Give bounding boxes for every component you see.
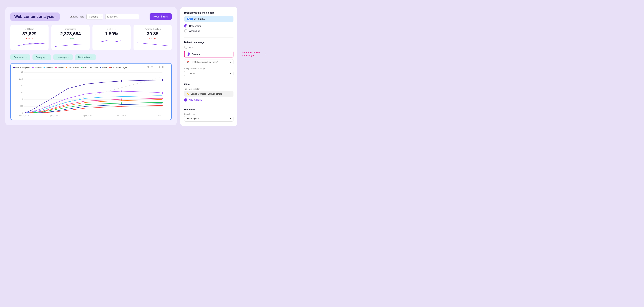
- date-range-arrow-icon: ▾: [230, 61, 231, 63]
- category-filter-button[interactable]: Category ▼: [32, 54, 51, 60]
- filter-edit-icon: ✏️: [186, 92, 189, 95]
- comparison-arrows-icon: ⇄: [186, 72, 188, 75]
- sparkline-avg-position: [137, 41, 168, 47]
- metric-title-url-clicks: Url Clicks: [14, 28, 45, 30]
- destination-filter-button[interactable]: Destination ▼: [75, 54, 96, 60]
- chart-upload-button[interactable]: ↑: [155, 65, 157, 69]
- legend-dot-solutions: [44, 67, 45, 68]
- chart-legend: Looker templates Tutorials solutions Art…: [13, 66, 169, 68]
- metric-change-avg-position: ▼ -5.6%: [137, 37, 168, 40]
- svg-point-20: [162, 98, 163, 99]
- date-range-value: Last 30 days (exclude today): [191, 61, 218, 63]
- metric-card-ctr: URL CTR 1.59%: [92, 25, 131, 50]
- descending-radio[interactable]: [184, 24, 188, 28]
- annotation: Select a custom date range ↓: [242, 51, 266, 57]
- aut-badge: AUT: [187, 18, 192, 20]
- annotation-text: Select a custom date range: [242, 51, 264, 57]
- calendar-icon: 📅: [186, 61, 189, 63]
- active-filter-tag: ✏️ Search Console - Exclude others: [184, 91, 234, 96]
- svg-text:Apr 1, 2024: Apr 1, 2024: [50, 115, 58, 116]
- svg-point-21: [121, 100, 122, 102]
- sparkline-impressions: [54, 41, 86, 47]
- auto-date-option[interactable]: Auto: [184, 46, 234, 49]
- custom-radio[interactable]: [187, 52, 190, 56]
- comparison-arrow-icon: ▾: [230, 72, 231, 75]
- chart-edit-button[interactable]: ✏: [151, 65, 154, 69]
- annotation-arrow-icon: ↓: [264, 52, 266, 56]
- connector-filter-arrow-icon: ▼: [25, 56, 27, 58]
- svg-text:Apr 22: Apr 22: [156, 115, 161, 116]
- reset-filters-button[interactable]: Reset filters: [150, 14, 172, 20]
- parameters-title: Parameters: [184, 108, 234, 111]
- chart-download-button[interactable]: ↓: [158, 65, 161, 69]
- aut-pill: AUT Url Clicks: [184, 16, 234, 22]
- legend-articles: Articles: [55, 66, 64, 68]
- legend-brand: Brand: [100, 66, 107, 68]
- legend-dot-articles: [55, 67, 57, 68]
- descending-option[interactable]: Descending: [184, 24, 234, 28]
- dim-filters: Connector ▼ Category ▼ Language ▼ Destin…: [10, 54, 172, 60]
- svg-point-25: [121, 106, 122, 107]
- header-row: Web content analysis: Landing Page Conta…: [10, 12, 172, 21]
- svg-text:2K: 2K: [21, 85, 23, 87]
- comparison-dropdown[interactable]: ⇄ None ▾: [184, 71, 234, 76]
- search-type-select[interactable]: (Default) web ▾: [184, 116, 234, 122]
- destination-filter-label: Destination: [78, 56, 90, 58]
- ascending-label: Ascending: [189, 30, 200, 32]
- svg-text:Apr 8, 2024: Apr 8, 2024: [83, 115, 92, 116]
- legend-dot-looker: [13, 67, 15, 68]
- right-sidebar: Breakdown dimension sort AUT Url Clicks …: [180, 7, 238, 126]
- destination-filter-arrow-icon: ▼: [91, 56, 93, 58]
- connector-filter-label: Connector: [14, 56, 24, 58]
- legend-dot-brand: [100, 67, 102, 68]
- chart-copy-button[interactable]: ⧉: [147, 65, 150, 69]
- svg-text:2.5K: 2.5K: [19, 78, 23, 80]
- svg-text:3K: 3K: [21, 71, 23, 73]
- legend-looker-templates: Looker templates: [13, 66, 30, 68]
- svg-text:1.5K: 1.5K: [19, 92, 23, 94]
- auto-radio[interactable]: [184, 46, 188, 49]
- metric-value-url-clicks: 37,829: [14, 31, 45, 36]
- svg-point-14: [121, 80, 122, 82]
- chart-container: ⧉ ✏ ↑ ↓ ⊞ ⋮ Looker templates Tutorials s…: [10, 63, 172, 120]
- chart-grid-button[interactable]: ⊞: [162, 65, 165, 69]
- svg-point-17: [162, 92, 163, 94]
- breakdown-sort-title: Breakdown dimension sort: [184, 12, 234, 14]
- legend-solutions: solutions: [44, 66, 53, 68]
- add-filter-button[interactable]: + ADD A FILTER: [184, 98, 204, 102]
- page-title: Web content analysis:: [10, 12, 60, 21]
- chart-toolbar: ⧉ ✏ ↑ ↓ ⊞ ⋮: [147, 65, 170, 69]
- filter-operator-select[interactable]: Contains Equals: [86, 14, 103, 20]
- language-filter-arrow-icon: ▼: [68, 56, 70, 58]
- svg-point-19: [121, 98, 122, 100]
- connector-filter-button[interactable]: Connector ▼: [10, 54, 30, 60]
- category-filter-label: Category: [36, 56, 45, 58]
- svg-point-24: [121, 104, 122, 105]
- legend-dot-tutorials: [32, 67, 34, 68]
- filter-label: Landing Page: [70, 15, 84, 18]
- filter-title: Filter: [184, 83, 234, 86]
- ascending-radio[interactable]: [184, 29, 188, 32]
- auto-label: Auto: [189, 46, 194, 49]
- add-filter-label: ADD A FILTER: [189, 99, 204, 101]
- metric-card-avg-position: Average Position 30.85 ▼ -5.6%: [134, 25, 172, 50]
- legend-tutorials: Tutorials: [32, 66, 42, 68]
- metric-title-avg-position: Average Position: [137, 28, 168, 30]
- comparison-value: None: [190, 72, 195, 75]
- svg-text:0: 0: [22, 112, 23, 114]
- chart-more-button[interactable]: ⋮: [166, 65, 170, 69]
- svg-point-18: [121, 96, 122, 97]
- metric-value-ctr: 1.59%: [96, 31, 128, 36]
- metric-cards: Url Clicks 37,829 ▼ -2.2% Impressions 2,…: [10, 25, 172, 50]
- metric-card-url-clicks: Url Clicks 37,829 ▼ -2.2%: [10, 25, 48, 50]
- filter-value-input[interactable]: [105, 14, 139, 19]
- ascending-option[interactable]: Ascending: [184, 29, 234, 32]
- legend-dot-comparisons: [66, 67, 67, 68]
- aut-label: Url Clicks: [194, 18, 205, 20]
- legend-connectors-pages: Connectors pages: [109, 66, 127, 68]
- svg-point-23: [162, 102, 163, 103]
- custom-date-option[interactable]: Custom Select a custom date range ↓: [184, 51, 234, 58]
- date-range-dropdown[interactable]: 📅 Last 30 days (exclude today) ▾: [184, 59, 234, 65]
- active-filter-label: Search Console - Exclude others: [191, 93, 222, 95]
- language-filter-button[interactable]: Language ▼: [53, 54, 73, 60]
